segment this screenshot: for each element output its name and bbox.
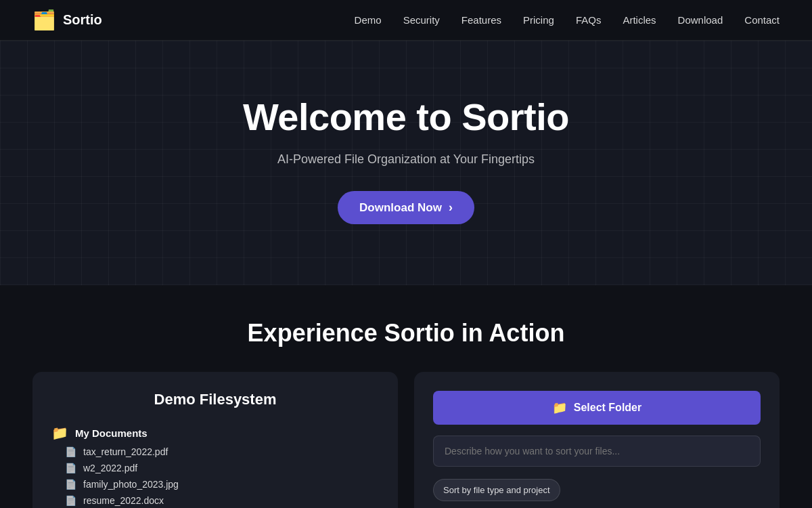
file-name: family_photo_2023.jpg bbox=[83, 479, 179, 490]
arrow-icon: › bbox=[449, 200, 453, 215]
file-item: 📄resume_2022.docx bbox=[65, 495, 379, 506]
nav-link-pricing[interactable]: Pricing bbox=[523, 14, 554, 26]
file-type-icon: 📄 bbox=[65, 446, 76, 457]
nav-link-articles[interactable]: Articles bbox=[623, 14, 656, 26]
demo-action-card: 📁 Select Folder Sort by file type and pr… bbox=[414, 372, 780, 508]
demo-cards: Demo Filesystem 📁 My Documents 📄tax_retu… bbox=[32, 372, 780, 508]
file-name: tax_return_2022.pdf bbox=[83, 446, 168, 457]
filesystem-card-title: Demo Filesystem bbox=[51, 391, 379, 408]
nav-link-demo[interactable]: Demo bbox=[355, 14, 382, 26]
file-name: resume_2022.docx bbox=[83, 495, 164, 506]
hero-section: Welcome to Sortio AI-Powered File Organi… bbox=[0, 41, 812, 285]
demo-filesystem-card: Demo Filesystem 📁 My Documents 📄tax_retu… bbox=[32, 372, 398, 508]
nav-link-contact[interactable]: Contact bbox=[744, 14, 780, 26]
file-list: 📄tax_return_2022.pdf📄w2_2022.pdf📄family_… bbox=[65, 446, 379, 506]
download-now-button[interactable]: Download Now › bbox=[338, 191, 474, 224]
nav-link-features[interactable]: Features bbox=[461, 14, 501, 26]
logo[interactable]: 🗂️ Sortio bbox=[32, 9, 102, 31]
nav-link-download[interactable]: Download bbox=[678, 14, 723, 26]
navbar: 🗂️ Sortio DemoSecurityFeaturesPricingFAQ… bbox=[0, 0, 812, 41]
logo-icon: 🗂️ bbox=[32, 9, 56, 31]
file-type-icon: 📄 bbox=[65, 495, 76, 506]
select-folder-button[interactable]: 📁 Select Folder bbox=[433, 391, 761, 425]
file-item: 📄family_photo_2023.jpg bbox=[65, 479, 379, 490]
folder-name: My Documents bbox=[75, 427, 148, 439]
file-type-icon: 📄 bbox=[65, 463, 76, 473]
demo-section-title: Experience Sortio in Action bbox=[32, 319, 780, 347]
select-folder-label: Select Folder bbox=[574, 402, 641, 414]
hero-subtitle: AI-Powered File Organization at Your Fin… bbox=[277, 152, 535, 167]
folder-btn-icon: 📁 bbox=[552, 400, 567, 415]
folder-icon: 📁 bbox=[51, 425, 68, 441]
file-type-icon: 📄 bbox=[65, 479, 76, 490]
nav-link-faqs[interactable]: FAQs bbox=[576, 14, 602, 26]
download-now-label: Download Now bbox=[359, 201, 442, 215]
file-item: 📄tax_return_2022.pdf bbox=[65, 446, 379, 457]
demo-section: Experience Sortio in Action Demo Filesys… bbox=[0, 285, 812, 508]
brand-name: Sortio bbox=[63, 12, 102, 28]
folder-item: 📁 My Documents bbox=[51, 425, 379, 441]
tag-chips: Sort by file type and projectOrganize by… bbox=[433, 479, 761, 508]
file-name: w2_2022.pdf bbox=[83, 463, 137, 473]
nav-link-security[interactable]: Security bbox=[403, 14, 440, 26]
nav-links: DemoSecurityFeaturesPricingFAQsArticlesD… bbox=[355, 14, 780, 26]
tag-chip-0[interactable]: Sort by file type and project bbox=[433, 479, 560, 501]
hero-title: Welcome to Sortio bbox=[243, 95, 569, 139]
file-item: 📄w2_2022.pdf bbox=[65, 463, 379, 473]
describe-input[interactable] bbox=[433, 436, 761, 467]
